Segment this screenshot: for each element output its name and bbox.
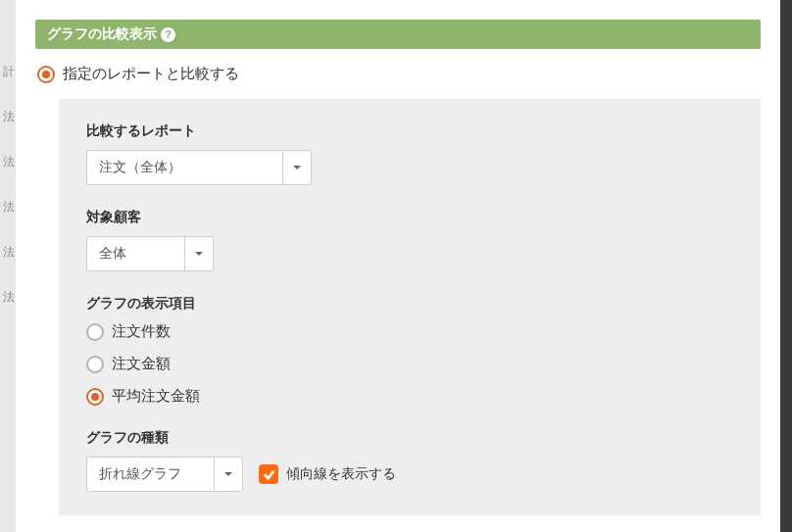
- panel-title: グラフの比較表示: [47, 25, 157, 43]
- trendline-label: 傾向線を表示する: [286, 465, 396, 483]
- graph-type-value: 折れ線グラフ: [86, 457, 214, 492]
- report-select-group: 比較するレポート 注文（全体）: [86, 122, 733, 185]
- chevron-down-icon: [184, 236, 214, 271]
- compare-radio-label: 指定のレポートと比較する: [63, 65, 239, 83]
- help-icon[interactable]: ?: [161, 27, 175, 42]
- settings-modal: グラフの比較表示 ? 指定のレポートと比較する 比較するレポート 注文（全体） …: [16, 0, 780, 532]
- trendline-checkbox[interactable]: 傾向線を表示する: [259, 464, 396, 484]
- chevron-down-icon: [282, 150, 312, 185]
- background-sidebar: 計 法 法 法 法 法: [0, 0, 16, 532]
- customer-select-value: 全体: [86, 236, 184, 271]
- display-item-option-avg[interactable]: 平均注文金額: [86, 387, 733, 406]
- radio-unchecked-icon: [86, 323, 104, 341]
- chevron-down-icon: [214, 457, 243, 492]
- report-select[interactable]: 注文（全体）: [86, 150, 312, 185]
- display-items-group: グラフの表示項目 注文件数 注文金額 平均注文金額: [86, 295, 733, 406]
- option-label: 注文金額: [112, 355, 171, 373]
- option-label: 注文件数: [112, 322, 171, 341]
- display-item-option-amount[interactable]: 注文金額: [86, 355, 733, 373]
- compare-with-report-radio[interactable]: 指定のレポートと比較する: [35, 49, 761, 99]
- report-select-label: 比較するレポート: [86, 122, 733, 140]
- compare-settings-panel: 比較するレポート 注文（全体） 対象顧客 全体 グラフの: [59, 99, 761, 515]
- option-label: 平均注文金額: [112, 387, 200, 406]
- display-items-label: グラフの表示項目: [86, 295, 733, 313]
- display-item-option-orders[interactable]: 注文件数: [86, 322, 733, 341]
- radio-checked-icon: [37, 66, 55, 83]
- report-select-value: 注文（全体）: [86, 150, 282, 185]
- graph-type-group: グラフの種類 折れ線グラフ 傾向線を表示する: [86, 429, 733, 492]
- graph-type-select[interactable]: 折れ線グラフ: [86, 457, 243, 492]
- radio-checked-icon: [86, 388, 104, 406]
- checkbox-checked-icon: [259, 464, 278, 484]
- customer-select-label: 対象顧客: [86, 209, 733, 226]
- customer-select[interactable]: 全体: [86, 236, 214, 271]
- customer-select-group: 対象顧客 全体: [86, 209, 733, 271]
- radio-unchecked-icon: [86, 356, 104, 373]
- graph-type-label: グラフの種類: [86, 429, 733, 447]
- panel-header: グラフの比較表示 ?: [35, 20, 761, 49]
